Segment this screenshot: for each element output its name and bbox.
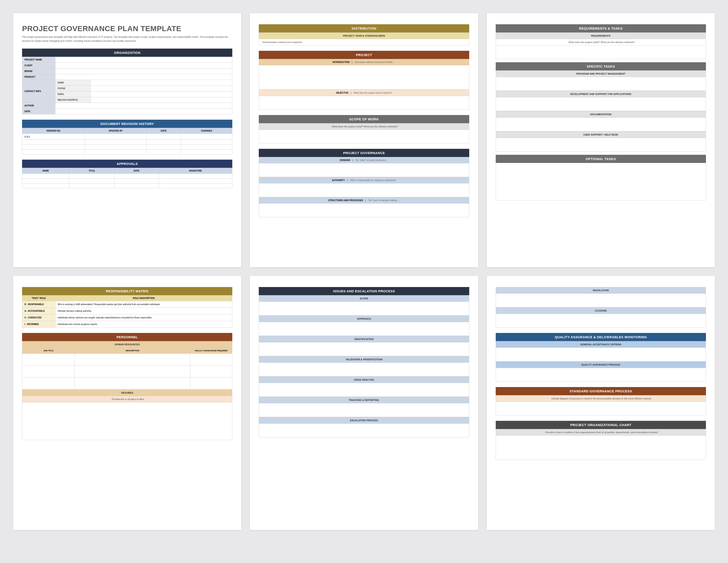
template-title: PROJECT GOVERNANCE PLAN TEMPLATE (22, 24, 232, 33)
task-field-0[interactable] (496, 77, 706, 91)
responsibility-matrix-table: "RACI" ROLE ROLE DESCRIPTION R - RESPONS… (22, 295, 232, 328)
qa-header: QUALITY ASSURANCE & DELIVERABLES MONITOR… (496, 333, 706, 341)
objective-label: OBJECTIVE (336, 92, 349, 94)
scope-header: SCOPE OF WORK (259, 115, 469, 123)
col-version: VERSION NO. (22, 128, 85, 134)
responsibility-matrix-header: RESPONSIBILITY MATRIX (22, 287, 232, 295)
qa-sub-0: GENERAL ACCEPTANCE CRITERIA (496, 341, 706, 348)
organization-table: PROJECT NAME CLIENT BRAND PRODUCT CONTAC… (22, 57, 232, 114)
issues-field-1[interactable] (259, 322, 469, 336)
label-contact-name: NAME (55, 80, 91, 86)
authority-field[interactable] (259, 183, 469, 197)
issues-field-2[interactable] (259, 343, 469, 356)
label-date: DATE (22, 109, 55, 114)
structures-field[interactable] (259, 203, 469, 217)
page-5: ISSUES AND ESCALATION PROCESS SCOPE APPR… (250, 276, 478, 530)
introduction-label: INTRODUCTION (333, 61, 350, 63)
issues-sub-4: ISSUE ANALYSIS (259, 377, 469, 383)
introduction-field[interactable] (259, 65, 469, 90)
std-gov-hint: Include diagram of process to result in … (496, 395, 706, 402)
qa-field-0[interactable] (496, 348, 706, 362)
task-field-3[interactable] (496, 138, 706, 152)
personnel-sub: HUMAN RESOURCES (22, 341, 232, 348)
top-field-0[interactable] (496, 294, 706, 307)
page-6: RESOLUTION CLOSURE QUALITY ASSURANCE & D… (487, 276, 715, 530)
issues-header: ISSUES AND ESCALATION PROCESS (259, 287, 469, 295)
org-chart-field[interactable] (496, 436, 706, 460)
revision-history-header: DOCUMENT REVISION HISTORY (22, 120, 232, 128)
label-contact-mail: MAILING ADDRESS (55, 97, 91, 103)
field-client[interactable] (55, 63, 232, 68)
col-job-skills: SKILLS / KNOWLEDGE REQUIRED (190, 348, 232, 354)
page-3: REQUIREMENTS & TASKS REQUIREMENTS What d… (487, 13, 715, 267)
label-project-name: PROJECT NAME (22, 57, 55, 63)
resumes-field[interactable] (22, 403, 232, 440)
objective-field[interactable] (259, 96, 469, 110)
field-contact-phone[interactable] (91, 86, 232, 91)
role-c: C - CONSULTED (22, 315, 55, 321)
org-chart-hint: Provide a chart or outline of the organi… (496, 429, 706, 436)
col-role-desc: ROLE DESCRIPTION (55, 296, 232, 301)
scope-field[interactable] (259, 130, 469, 143)
governance-header: PROJECT GOVERNANCE (259, 149, 469, 157)
task-field-2[interactable] (496, 118, 706, 131)
optional-tasks-field[interactable] (496, 163, 706, 200)
label-product: PRODUCT (22, 74, 55, 80)
field-product[interactable] (55, 74, 232, 80)
issues-sub-1: APPROACH (259, 316, 469, 322)
requirements-field[interactable] (496, 45, 706, 59)
authority-sub: AUTHORITY | "Who" is responsible for mak… (259, 177, 469, 183)
domains-sub: DOMAINS | The "what" of project decision… (259, 157, 469, 163)
issues-field-3[interactable] (259, 363, 469, 377)
label-client: CLIENT (22, 63, 55, 68)
domains-field[interactable] (259, 163, 469, 177)
issues-field-5[interactable] (259, 403, 469, 417)
cell-version-0[interactable]: 0.0.0 (22, 134, 85, 140)
field-brand[interactable] (55, 68, 232, 74)
resumes-header: RESUMES (22, 390, 232, 396)
issues-sub-5: TRACKING & REPORTING (259, 397, 469, 403)
col-name: NAME (22, 168, 69, 174)
issues-field-0[interactable] (259, 302, 469, 316)
qa-sub-1: QUALITY ASSURANCE PROCESS (496, 362, 706, 368)
issues-sub-0: SCOPE (259, 295, 469, 302)
role-r: R - RESPONSIBLE (22, 301, 55, 308)
issues-sub-6: ESCALATION PROCESS (259, 417, 469, 424)
col-changes: CHANGES (181, 128, 232, 134)
page-4: RESPONSIBILITY MATRIX "RACI" ROLE ROLE D… (13, 276, 241, 530)
task-label-1: DEVELOPMENT AND SUPPORT FOR APPLICATIONS (496, 91, 706, 97)
org-chart-header: PROJECT ORGANIZATIONAL CHART (496, 421, 706, 429)
template-gallery: PROJECT GOVERNANCE PLAN TEMPLATE This pr… (13, 13, 715, 530)
col-title: TITLE (69, 168, 114, 174)
std-gov-field[interactable] (496, 402, 706, 416)
field-author[interactable] (55, 103, 232, 109)
top-field-1[interactable] (496, 314, 706, 328)
issues-field-4[interactable] (259, 383, 469, 397)
requirements-header: REQUIREMENTS & TASKS (496, 24, 706, 32)
task-label-0: PROGRAM AND PROJECT MANAGEMENT (496, 70, 706, 77)
field-project-name[interactable] (55, 57, 232, 63)
col-signature: SIGNATURE (159, 168, 232, 174)
col-raci-role: "RACI" ROLE (22, 296, 55, 301)
qa-field-1[interactable] (496, 368, 706, 382)
field-contact-email[interactable] (91, 91, 232, 97)
domains-hint: The "what" of project decisions … (355, 159, 388, 161)
objective-sub: OBJECTIVE | What does the project work t… (259, 90, 469, 96)
structures-label: STRUCTURES AND PROCESSES (328, 199, 363, 201)
col-job-title: JOB TITLE (22, 348, 75, 354)
col-job-desc: DESCRIPTION (75, 348, 190, 354)
field-date[interactable] (55, 109, 232, 114)
desc-a: Ultimate decision-making authority. (55, 308, 232, 315)
issues-sub-3: VALIDATION & PRIORITIZATION (259, 356, 469, 363)
desc-i: Individuals who receive progress reports… (55, 321, 232, 328)
col-date: DATE (146, 128, 181, 134)
issues-field-6[interactable] (259, 424, 469, 437)
template-description: This project governance plan template wi… (22, 35, 232, 43)
label-contact-email: EMAIL (55, 91, 91, 97)
label-author: AUTHOR (22, 103, 55, 109)
top-sub-1: CLOSURE (496, 307, 706, 314)
field-contact-name[interactable] (91, 80, 232, 86)
top-sub-0: RESOLUTION (496, 287, 706, 294)
field-contact-mail[interactable] (91, 97, 232, 103)
task-field-1[interactable] (496, 97, 706, 111)
